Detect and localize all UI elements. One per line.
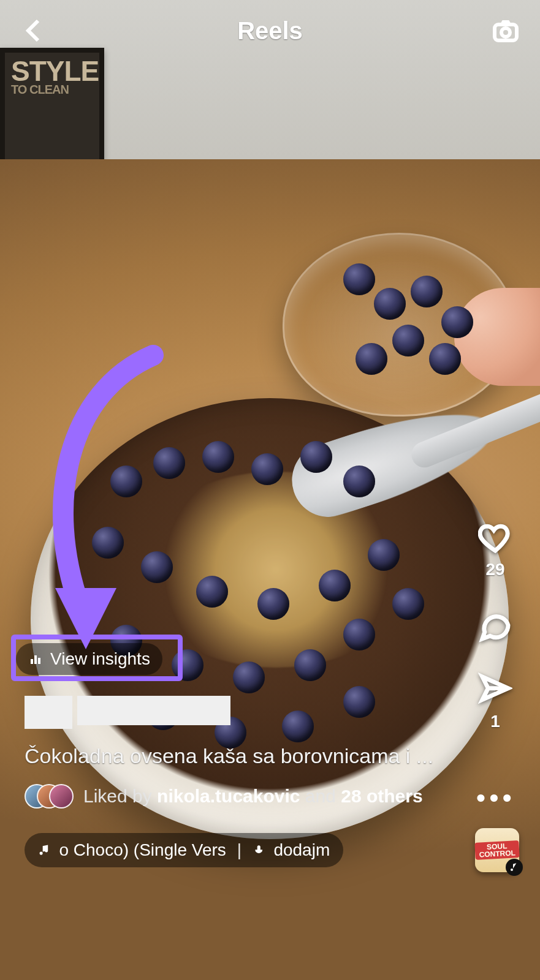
blueberry: [294, 649, 326, 681]
share-button[interactable]: 1: [478, 673, 512, 731]
blueberry: [319, 570, 351, 601]
audio-user: dodajma: [273, 840, 330, 860]
blueberry: [196, 576, 228, 608]
blueberry: [343, 619, 375, 650]
blueberry: [441, 306, 473, 338]
blueberry: [202, 441, 234, 473]
blueberry: [141, 551, 173, 583]
avatar: [49, 784, 74, 809]
audio-thumbnail[interactable]: SOUL CONTROL: [475, 828, 519, 872]
reel-caption[interactable]: Čokoladna ovsena kaša sa borovnicama i .…: [25, 744, 442, 768]
share-count: 1: [490, 712, 500, 731]
more-options-button[interactable]: •••: [476, 783, 515, 813]
page-title: Reels: [237, 17, 303, 45]
music-note-icon: [38, 843, 50, 858]
redacted-username: [77, 696, 230, 725]
more-icon: •••: [476, 783, 515, 813]
audio-pill[interactable]: o Choco) (Single Version) | dodajma: [25, 833, 343, 867]
blueberry: [356, 343, 387, 375]
liked-by-row[interactable]: Liked by nikola.tucakovic and 28 others: [25, 784, 454, 809]
blueberry: [374, 288, 406, 320]
blueberry: [282, 710, 314, 742]
blueberry: [411, 276, 443, 307]
blueberry: [429, 343, 461, 375]
blueberry: [343, 466, 375, 497]
view-insights-label: View insights: [50, 649, 150, 669]
chevron-left-icon: [20, 16, 49, 45]
top-bar: Reels: [0, 0, 540, 61]
blueberry: [300, 441, 332, 473]
liked-others: 28 others: [341, 786, 422, 806]
blueberry: [343, 686, 375, 718]
comment-icon: [478, 609, 512, 643]
liked-user: nikola.tucakovic: [157, 786, 300, 806]
liked-by-text: Liked by nikola.tucakovic and 28 others: [83, 786, 423, 807]
blueberry: [392, 325, 424, 356]
view-insights-button[interactable]: View insights: [16, 643, 162, 675]
svg-rect-4: [34, 655, 37, 664]
camera-icon: [491, 16, 520, 45]
liked-middle: and: [300, 786, 341, 806]
liker-avatars: [25, 784, 74, 809]
comment-button[interactable]: [478, 609, 512, 643]
view-insights-wrap: View insights: [16, 643, 162, 675]
blueberry: [257, 588, 289, 620]
svg-rect-5: [38, 658, 40, 664]
like-count: 29: [485, 560, 504, 579]
wall-frame-sign: STYLE TO CLEAN: [0, 48, 104, 164]
camera-button[interactable]: [489, 13, 523, 48]
action-rail: 29 1: [468, 521, 523, 731]
liked-prefix: Liked by: [83, 786, 157, 806]
audio-note-badge: [506, 859, 523, 876]
blueberry: [172, 649, 203, 681]
blueberry: [343, 263, 375, 295]
blueberry: [110, 466, 142, 497]
blueberry: [153, 447, 185, 479]
blueberry: [233, 662, 265, 693]
blueberry: [251, 453, 283, 485]
music-note-icon: [509, 862, 519, 872]
svg-rect-3: [31, 659, 33, 664]
blueberry: [368, 539, 400, 571]
bar-chart-icon: [28, 652, 43, 666]
audio-track: o Choco) (Single Version): [59, 840, 226, 860]
reels-screen: STYLE TO CLEAN: [0, 0, 540, 980]
heart-icon: [478, 521, 512, 555]
audio-thumb-label: SOUL CONTROL: [474, 840, 519, 860]
like-button[interactable]: 29: [478, 521, 512, 579]
redacted-avatar: [25, 696, 72, 729]
back-button[interactable]: [17, 13, 51, 48]
svg-point-1: [501, 28, 510, 37]
audio-separator: |: [235, 840, 244, 860]
microphone-icon: [253, 843, 265, 858]
send-icon: [478, 673, 512, 707]
blueberry: [392, 588, 424, 620]
blueberry: [92, 527, 124, 559]
